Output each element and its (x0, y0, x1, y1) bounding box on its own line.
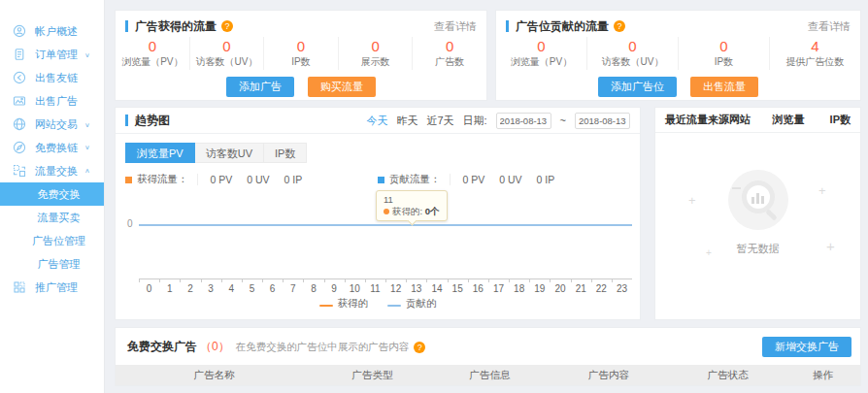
source-col-pv: 浏览量 (761, 113, 816, 127)
x-tick: 21 (571, 279, 591, 294)
panel-description: 在免费交换的广告位中展示的广告内容 (236, 341, 410, 354)
grid-icon (13, 280, 26, 294)
image-icon (13, 94, 26, 108)
give-legend-values: 0 PV0 UV0 IP (450, 174, 570, 185)
title-accent-bar (506, 20, 509, 32)
add-adslot-button[interactable]: 添加广告位 (598, 77, 677, 97)
x-tick: 11 (365, 279, 385, 294)
x-tick: 13 (406, 279, 426, 294)
ad-traffic-stats: 0浏览量（PV） 0访客数（UV） 0IP数 0展示数 0广告数 (116, 37, 486, 70)
x-tick: 14 (426, 279, 447, 294)
buy-traffic-button[interactable]: 购买流量 (308, 77, 376, 97)
range-yesterday[interactable]: 昨天 (396, 114, 417, 128)
adslot-traffic-stats: 0浏览量（PV） 0访客数（UV） 0IP数 4提供广告位数 (496, 37, 860, 70)
ad-count: （0） (200, 339, 230, 355)
tooltip-series-label: 获得的: (392, 206, 422, 216)
globe-icon (13, 117, 26, 131)
y-axis-zero-label: 0 (127, 218, 133, 229)
tab-pv[interactable]: 浏览量PV (125, 143, 195, 163)
help-icon[interactable]: ? (614, 20, 625, 32)
col-actions: 操作 (785, 369, 860, 382)
add-ad-button[interactable]: 添加广告 (226, 77, 294, 97)
gain-legend-swatch (125, 177, 132, 183)
user-icon (13, 24, 26, 38)
x-tick: 18 (509, 279, 529, 294)
give-legend-label: 贡献流量： (389, 173, 441, 186)
legend-item-gained[interactable]: 获得的 (319, 297, 369, 311)
sidebar-item-promotion-management[interactable]: 推广管理 (0, 276, 104, 299)
metric-tabs: 浏览量PV 访客数UV IP数 (125, 143, 640, 163)
no-data-text: 暂无数据 (655, 242, 860, 256)
stat-pv: 0浏览量（PV） (116, 37, 190, 70)
order-icon (13, 48, 26, 61)
sidebar-item-label: 网站交易 (35, 117, 78, 132)
gained-line-swatch (319, 305, 333, 307)
title-accent-bar (125, 115, 128, 126)
x-tick: 2 (180, 279, 200, 294)
sidebar-subitem-free-exchange[interactable]: 免费交换 (0, 182, 104, 206)
panel-title: 免费交换广告 (127, 339, 197, 355)
give-legend-swatch (378, 177, 384, 183)
sidebar-item-sell-links[interactable]: 出售友链 (0, 66, 104, 89)
date-label: 日期: (463, 114, 487, 128)
source-col-site: 最近流量来源网站 (665, 113, 761, 127)
help-icon[interactable]: ? (221, 20, 233, 32)
sidebar-subitem-traffic-trade[interactable]: 流量买卖 (0, 206, 104, 229)
minus-decoration-icon (732, 187, 741, 189)
sidebar-item-free-link-exchange[interactable]: 免费换链 ∨ (0, 136, 104, 159)
x-tick: 3 (201, 279, 221, 294)
date-from-input[interactable] (496, 113, 551, 129)
stat-pv: 0浏览量（PV） (496, 37, 587, 70)
tooltip-series-dot (384, 209, 389, 214)
sell-traffic-button[interactable]: 出售流量 (690, 77, 758, 97)
adslot-traffic-panel: 广告位贡献的流量 ? 查看详情 0浏览量（PV） 0访客数（UV） 0IP数 4… (495, 10, 861, 101)
range-last7days[interactable]: 近7天 (426, 114, 453, 128)
legend-item-contributed[interactable]: 贡献的 (387, 297, 437, 311)
tab-uv[interactable]: 访客数UV (195, 143, 264, 163)
add-exchange-ad-button[interactable]: 新增交换广告 (762, 337, 851, 357)
sidebar-subitem-adslot-management[interactable]: 广告位管理 (0, 229, 104, 252)
x-tick: 0 (139, 279, 159, 294)
magnifier-chart-icon (742, 180, 775, 213)
sidebar-item-account-overview[interactable]: 帐户概述 (0, 19, 104, 43)
x-tick: 22 (591, 279, 612, 294)
stat-uv: 0访客数（UV） (190, 37, 265, 70)
free-exchange-ads-panel: 免费交换广告 （0） 在免费交换的广告位中展示的广告内容 ? 新增交换广告 广告… (115, 327, 861, 386)
sidebar-item-site-trade[interactable]: 网站交易 ∨ (0, 113, 104, 136)
compass-icon (13, 141, 26, 154)
sidebar-item-sell-ads[interactable]: 出售广告 (0, 89, 104, 113)
plus-decoration-icon: + (818, 183, 826, 198)
tab-ip[interactable]: IP数 (264, 143, 307, 163)
view-details-link[interactable]: 查看详情 (808, 19, 851, 34)
sidebar-item-traffic-exchange[interactable]: 流量交换 ∧ (0, 159, 104, 182)
x-tick: 16 (468, 279, 488, 294)
x-tick: 4 (221, 279, 242, 294)
sidebar-item-label: 出售广告 (35, 94, 78, 109)
sidebar-item-order-management[interactable]: 订单管理 ∨ (0, 43, 104, 66)
x-tick: 6 (262, 279, 283, 294)
sidebar: 帐户概述 订单管理 ∨ 出售友链 出售广告 网站交易 ∨ 免费换链 ∨ (0, 0, 105, 393)
gain-legend-label: 获得流量： (137, 173, 188, 186)
chart-zero-line (139, 224, 632, 226)
gain-legend: 获得流量： 0 PV0 UV0 IP (125, 173, 378, 186)
sidebar-item-label: 订单管理 (35, 48, 78, 62)
help-icon[interactable]: ? (414, 342, 425, 353)
range-today[interactable]: 今天 (366, 114, 387, 128)
panel-title: 广告位贡献的流量 (516, 18, 609, 35)
col-ad-content: 广告内容 (548, 369, 671, 382)
stat-ip: 0IP数 (264, 37, 339, 70)
no-data-icon (728, 170, 788, 230)
plus-decoration-icon: + (688, 193, 696, 208)
x-tick: 1 (159, 279, 180, 294)
x-tick: 23 (612, 279, 632, 294)
exchange-icon (13, 164, 26, 178)
panel-title: 广告获得的流量 (135, 18, 217, 35)
x-tick: 20 (550, 279, 570, 294)
view-details-link[interactable]: 查看详情 (434, 19, 477, 34)
col-ad-name: 广告名称 (116, 369, 313, 382)
date-to-input[interactable] (575, 113, 630, 129)
x-tick: 19 (529, 279, 550, 294)
x-tick: 17 (488, 279, 509, 294)
sidebar-subitem-ad-management[interactable]: 广告管理 (0, 252, 104, 276)
stat-slots: 4提供广告位数 (770, 37, 860, 70)
